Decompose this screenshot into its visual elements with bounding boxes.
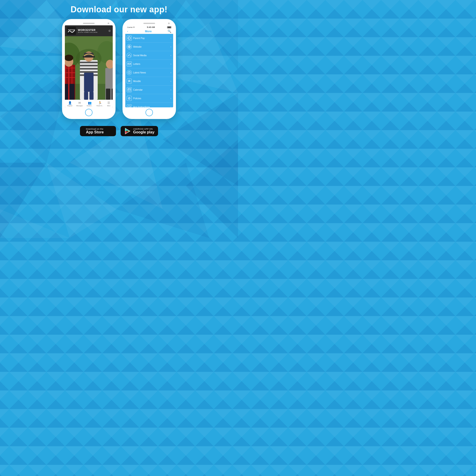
menu-item-calendar[interactable]: Calendar › [125,85,173,94]
battery-icon [167,26,171,28]
menu-item-website[interactable]: Website › [125,43,173,51]
ios-status-bar: Carrier ▾ 5:43 AM [125,25,173,29]
app-instructions-icon: @ [127,104,132,107]
worcester-logo-box: WORCESTER SIXTH FORM COLLEGE [67,27,76,35]
phone-camera-right [168,23,170,24]
svg-rect-42 [89,92,94,100]
register-icon: 👤 [68,101,72,105]
students-illustration [65,36,113,100]
messages-icon: ✉ [78,101,81,105]
nav-item-messages[interactable]: ✉ Messages [76,101,83,106]
google-play-text: ANDROID APP ON Google play [133,128,154,134]
menu-item-app-instructions[interactable]: @ App Instructions › [125,103,173,107]
phone-speaker-left [83,23,95,24]
svg-rect-36 [80,65,98,67]
phones-row: WORCESTER SIXTH FORM COLLEGE WORCESTER S… [62,19,176,119]
menu-item-moodle[interactable]: Moodle › [125,77,173,85]
letters-icon [127,61,132,67]
svg-rect-45 [83,56,95,58]
menu-item-latest-news[interactable]: Latest News › [125,68,173,77]
home-button-left[interactable] [85,109,92,116]
phone-left: WORCESTER SIXTH FORM COLLEGE WORCESTER S… [62,19,116,119]
search-icon[interactable]: 🔍 [168,30,171,33]
svg-text:@: @ [129,106,130,107]
more-icon: ☰ [107,101,110,105]
svg-rect-41 [84,92,88,100]
page-wrapper: Download our new app! WORCESTER SIXTH FO… [0,0,238,238]
svg-rect-37 [80,68,98,70]
home-button-right[interactable] [146,109,153,116]
svg-rect-48 [106,88,110,100]
svg-text:$: $ [129,37,129,39]
nav-label-student: Student... [87,105,93,106]
svg-point-55 [128,55,129,56]
nav-title: More [129,30,168,33]
menu-list: $ Parent Pay › Website › [125,34,173,107]
svg-rect-62 [128,88,131,91]
google-play-button[interactable]: ANDROID APP ON Google play [121,126,158,136]
settings-icon[interactable]: ⚙ [108,29,111,33]
svg-rect-49 [112,88,113,100]
worcester-header: WORCESTER SIXTH FORM COLLEGE WORCESTER S… [65,25,113,36]
nav-item-register[interactable]: 👤 Register [67,101,72,106]
parent-pay-icon: $ [127,35,132,41]
svg-rect-40 [84,73,94,92]
svg-point-59 [129,72,129,72]
status-time: 5:43 AM [147,26,155,28]
calendar-label: Calendar [133,88,169,91]
parent-pay-label: Parent Pay [133,37,169,39]
apple-store-bottom-text: App Store [86,130,104,134]
nav-label-parent: Parent D... [96,105,103,106]
phone-screen-left: WORCESTER SIXTH FORM COLLEGE WORCESTER S… [65,25,113,107]
social-media-icon [127,53,132,58]
back-button[interactable]: ‹ [127,30,128,33]
svg-text:SIXTH FORM COLLEGE: SIXTH FORM COLLEGE [68,31,75,32]
nav-item-parent[interactable]: 🏃 Parent D... [96,101,103,106]
latest-news-icon [127,70,132,75]
nav-label-messages: Messages [76,105,83,106]
menu-item-letters[interactable]: Letters › [125,60,173,68]
ios-nav-bar: ‹ More 🔍 [125,29,173,34]
google-play-icon [124,128,131,134]
menu-item-policies[interactable]: Policies › [125,94,173,103]
moodle-icon [127,79,132,84]
worcester-main-title: WORCESTER [78,29,106,31]
policies-label: Policies [133,97,169,100]
chevron-icon-2: › [170,54,171,57]
svg-rect-35 [80,62,98,63]
worcester-wave-logo: WORCESTER SIXTH FORM COLLEGE [68,28,75,34]
svg-rect-56 [128,63,131,65]
chevron-icon-3: › [170,63,171,65]
phone-speaker-right [143,23,155,24]
worcester-subtitle: SIXTH FORM COLLEGE [78,32,106,33]
phone-right: Carrier ▾ 5:43 AM ‹ More 🔍 [122,19,176,119]
apple-store-top-text: Download on the [86,128,104,130]
nav-item-student[interactable]: 👥 Student... [87,101,93,106]
battery-fill [168,27,171,28]
store-buttons: Download on the App Store ANDROID APP ON… [80,124,158,138]
chevron-icon-7: › [170,97,171,100]
svg-rect-38 [80,71,98,73]
chevron-icon-1: › [170,45,171,48]
chevron-icon-5: › [170,80,171,83]
svg-rect-32 [65,84,68,100]
chevron-icon-8: › [170,105,171,107]
parent-icon: 🏃 [98,101,102,105]
nav-label-register: Register [67,105,72,106]
phone-screen-right: Carrier ▾ 5:43 AM ‹ More 🔍 [125,25,173,107]
apple-store-text: Download on the App Store [86,128,104,134]
student-icon: 👥 [88,101,92,105]
nav-item-more[interactable]: ☰ More [107,101,110,106]
menu-item-social-media[interactable]: Social Media › [125,51,173,60]
wifi-icon: ▾ [133,26,135,28]
carrier-label: Carrier [127,26,133,28]
menu-item-parent-pay[interactable]: $ Parent Pay › [125,34,173,43]
chevron-icon-0: › [170,37,171,39]
svg-text:WORCESTER: WORCESTER [68,29,75,31]
photo-area [65,36,113,100]
apple-store-button[interactable]: Download on the App Store [80,126,116,136]
chevron-icon-4: › [170,71,171,74]
phone-top-bar-right [125,23,173,24]
worcester-title-block: WORCESTER SIXTH FORM COLLEGE [78,29,106,33]
website-label: Website [133,46,169,48]
